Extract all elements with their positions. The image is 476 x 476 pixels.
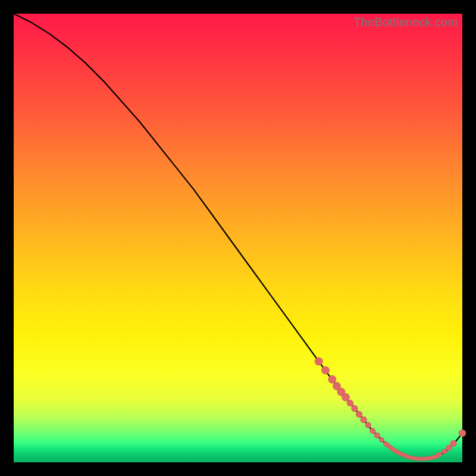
curve-marker — [459, 430, 466, 437]
curve-marker — [328, 375, 336, 383]
curve-marker — [442, 449, 447, 454]
bottleneck-curve — [14, 14, 462, 459]
curve-marker — [361, 416, 367, 423]
curve-marker — [352, 405, 358, 412]
curve-marker — [315, 358, 322, 365]
curve-marker — [379, 437, 384, 442]
chart-svg — [14, 14, 462, 462]
curve-marker — [356, 411, 362, 418]
curve-marker — [369, 428, 375, 434]
curve-markers — [315, 358, 466, 461]
curve-marker — [321, 367, 329, 374]
curve-marker — [446, 445, 452, 451]
curve-marker — [374, 433, 380, 439]
curve-marker — [438, 452, 442, 456]
chart-frame: TheBottleneck.com — [0, 0, 476, 476]
curve-marker — [365, 422, 371, 428]
plot-area: TheBottleneck.com — [14, 14, 462, 462]
curve-marker — [342, 393, 349, 401]
curve-marker — [450, 440, 457, 447]
curve-marker — [347, 400, 353, 406]
